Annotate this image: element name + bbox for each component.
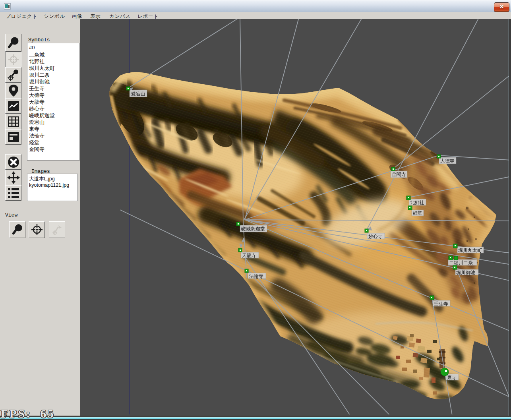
svg-text:嵯峨釈迦堂: 嵯峨釈迦堂: [241, 226, 265, 232]
svg-text:二堀川二条: 二堀川二条: [449, 260, 473, 265]
svg-text:堀川御池: 堀川御池: [456, 270, 476, 275]
svg-text:金閣寺: 金閣寺: [391, 172, 406, 177]
svg-text:堀川丸太町: 堀川丸太町: [458, 248, 482, 253]
svg-text:天龍寺: 天龍寺: [242, 253, 256, 258]
svg-text:経堂: 経堂: [413, 210, 422, 216]
svg-text:法輪寺: 法輪寺: [249, 273, 263, 279]
svg-text:大徳寺: 大徳寺: [440, 158, 455, 164]
svg-text:北野社: 北野社: [410, 200, 424, 205]
svg-text:東寺: 東寺: [447, 375, 457, 380]
svg-text:愛宕山: 愛宕山: [131, 91, 145, 97]
svg-text:壬生寺: 壬生寺: [434, 301, 448, 307]
svg-text:妙心寺: 妙心寺: [368, 234, 383, 239]
